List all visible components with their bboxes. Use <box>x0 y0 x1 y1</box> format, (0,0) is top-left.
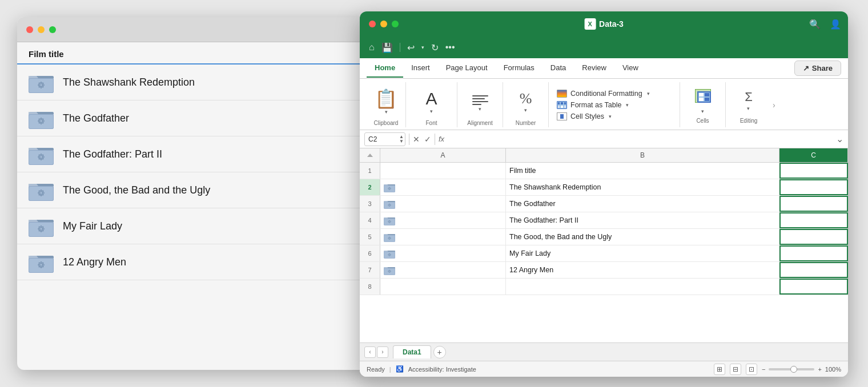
font-button[interactable]: A ▾ <box>423 88 439 116</box>
col-header-a[interactable]: A <box>380 148 506 162</box>
tab-data[interactable]: Data <box>542 59 574 78</box>
cell-a8[interactable] <box>380 279 506 295</box>
cell-a3[interactable] <box>380 196 506 212</box>
cell-a4[interactable] <box>380 212 506 228</box>
zoom-slider[interactable] <box>769 368 814 370</box>
number-button[interactable]: % ▾ <box>517 89 535 115</box>
tab-view[interactable]: View <box>614 59 646 78</box>
finder-list-item[interactable]: My Fair Lady <box>17 208 371 244</box>
accessibility-label[interactable]: Accessibility: Investigate <box>408 366 476 373</box>
formula-input[interactable] <box>448 132 833 146</box>
zoom-in-icon[interactable]: + <box>818 366 821 373</box>
zoom-out-icon[interactable]: − <box>762 366 765 373</box>
font-dropdown[interactable]: ▾ <box>430 108 433 114</box>
cell-c6[interactable] <box>779 245 848 261</box>
number-dropdown[interactable]: ▾ <box>524 107 527 113</box>
more-icon[interactable]: ••• <box>445 42 455 53</box>
clipboard-dropdown[interactable]: ▾ <box>385 109 388 115</box>
table-row[interactable]: 6 My Fair Lady <box>360 245 848 262</box>
view-page-layout-button[interactable]: ⊟ <box>730 364 741 375</box>
cell-c8[interactable] <box>779 279 848 295</box>
cell-c1[interactable] <box>779 163 848 179</box>
format-as-table-button[interactable]: Format as Table ▾ <box>554 100 674 110</box>
confirm-formula-icon[interactable]: ✓ <box>424 135 431 144</box>
cell-c5[interactable] <box>779 229 848 245</box>
cell-b4[interactable]: The Godfather: Part II <box>506 212 779 228</box>
formula-expand-icon[interactable]: ⌄ <box>836 134 843 144</box>
search-icon[interactable]: 🔍 <box>809 19 821 30</box>
conditional-formatting-button[interactable]: Conditional Formatting ▾ <box>554 88 674 99</box>
add-sheet-button[interactable]: + <box>433 346 446 358</box>
sheet-nav-right[interactable]: › <box>377 346 388 358</box>
finder-list-item[interactable]: The Shawshank Redemption <box>17 64 371 100</box>
cell-b8[interactable] <box>506 279 779 295</box>
cs-dropdown[interactable]: ▾ <box>609 114 612 119</box>
cell-c4[interactable] <box>779 212 848 228</box>
undo-dropdown-icon[interactable]: ▾ <box>421 45 424 50</box>
col-header-b[interactable]: B <box>506 148 779 162</box>
finder-list-item[interactable]: The Godfather <box>17 100 371 136</box>
table-row[interactable]: 8 <box>360 279 848 295</box>
cell-c2[interactable] <box>779 179 848 195</box>
minimize-button[interactable] <box>38 26 45 33</box>
editing-dropdown[interactable]: ▾ <box>747 106 750 111</box>
tab-insert[interactable]: Insert <box>403 59 438 78</box>
home-icon[interactable]: ⌂ <box>369 42 375 53</box>
fat-dropdown[interactable]: ▾ <box>626 102 629 108</box>
cell-b3[interactable]: The Godfather <box>506 196 779 212</box>
tab-home[interactable]: Home <box>367 59 403 78</box>
cf-dropdown[interactable]: ▾ <box>647 91 650 96</box>
cell-styles-button[interactable]: Cell Styles ▾ <box>554 111 674 122</box>
tab-formulas[interactable]: Formulas <box>496 59 542 78</box>
ribbon-expand-icon[interactable]: › <box>773 100 775 110</box>
sheet-nav-left[interactable]: ‹ <box>364 346 376 358</box>
excel-minimize-button[interactable] <box>380 21 387 27</box>
ribbon-expand[interactable]: › <box>771 82 777 127</box>
table-row[interactable]: 4 The Godfather: Part II <box>360 212 848 229</box>
alignment-button[interactable]: ▾ <box>470 91 491 114</box>
maximize-button[interactable] <box>49 26 56 33</box>
cell-reference-box[interactable]: C2 ▲ ▼ <box>364 132 405 146</box>
share-button[interactable]: ↗ Share <box>794 61 841 76</box>
editing-button[interactable]: Σ ▾ <box>742 87 755 114</box>
cell-a1[interactable] <box>380 163 506 179</box>
table-row[interactable]: 5 The Good, the Bad and the Ugly <box>360 229 848 245</box>
cell-folder-icon <box>384 215 395 225</box>
cancel-formula-icon[interactable]: ✕ <box>413 135 420 144</box>
cell-c3[interactable] <box>779 196 848 212</box>
clipboard-button[interactable]: 📋 ▾ <box>372 87 400 117</box>
cells-dropdown[interactable]: ▾ <box>701 108 704 114</box>
table-row[interactable]: 1Film title <box>360 163 848 179</box>
cells-button[interactable]: ▾ <box>690 84 716 116</box>
view-page-break-button[interactable]: ⊡ <box>746 364 757 375</box>
tab-review[interactable]: Review <box>574 59 614 78</box>
sheet-tab-data1[interactable]: Data1 <box>393 345 431 358</box>
cell-c7[interactable] <box>779 262 848 278</box>
cell-a6[interactable] <box>380 245 506 261</box>
excel-close-button[interactable] <box>369 21 376 27</box>
tab-page-layout[interactable]: Page Layout <box>438 59 496 78</box>
redo-icon[interactable]: ↻ <box>431 42 439 53</box>
save-icon[interactable]: 💾 <box>381 42 393 53</box>
undo-icon[interactable]: ↩ <box>407 42 415 53</box>
cell-a5[interactable] <box>380 229 506 245</box>
finder-list-item[interactable]: 12 Angry Men <box>17 244 371 280</box>
table-row[interactable]: 3 The Godfather <box>360 196 848 212</box>
alignment-dropdown[interactable]: ▾ <box>479 106 481 112</box>
excel-maximize-button[interactable] <box>392 21 399 27</box>
view-normal-button[interactable]: ⊞ <box>714 364 725 375</box>
account-icon[interactable]: 👤 <box>830 19 841 30</box>
finder-list-item[interactable]: The Godfather: Part II <box>17 136 371 172</box>
cell-b6[interactable]: My Fair Lady <box>506 245 779 261</box>
close-button[interactable] <box>26 26 33 33</box>
cell-a2[interactable] <box>380 179 506 195</box>
cell-b1[interactable]: Film title <box>506 163 779 179</box>
table-row[interactable]: 7 12 Angry Men <box>360 262 848 279</box>
cell-b2[interactable]: The Shawshank Redemption <box>506 179 779 195</box>
cell-a7[interactable] <box>380 262 506 278</box>
cell-b7[interactable]: 12 Angry Men <box>506 262 779 278</box>
finder-list-item[interactable]: The Good, the Bad and the Ugly <box>17 172 371 208</box>
table-row[interactable]: 2 The Shawshank Redemption <box>360 179 848 196</box>
col-header-c[interactable]: C <box>779 148 848 162</box>
cell-b5[interactable]: The Good, the Bad and the Ugly <box>506 229 779 245</box>
